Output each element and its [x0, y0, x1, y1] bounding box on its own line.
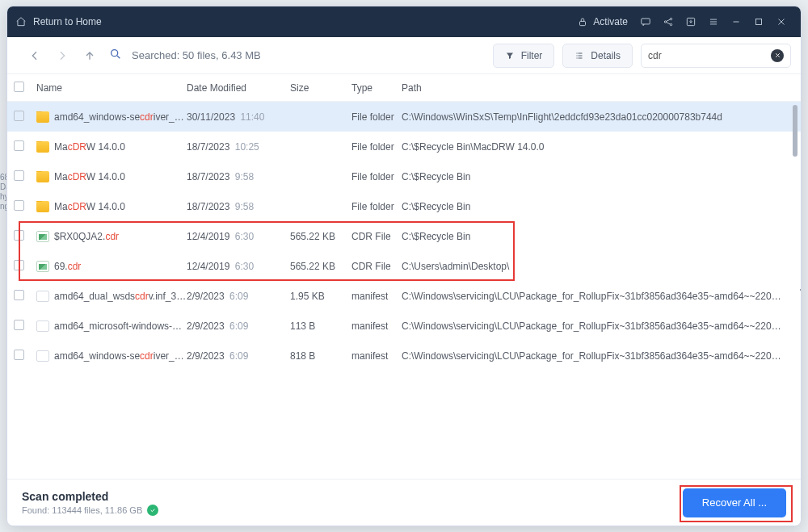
table-row[interactable]: amd64_dual_wsdscdrv.inf_31bf38...2/9/202…	[7, 281, 801, 311]
details-button[interactable]: Details	[562, 44, 633, 68]
row-checkbox[interactable]	[14, 260, 24, 270]
file-type: File folder	[351, 171, 402, 182]
file-type: manifest	[351, 320, 402, 332]
file-name: amd64_windows-secdriver_31bf3...	[54, 111, 187, 123]
file-type: CDR File	[351, 261, 402, 272]
lock-icon	[577, 16, 588, 27]
up-button[interactable]	[83, 49, 96, 62]
col-size[interactable]: Size	[290, 82, 351, 94]
return-home-label: Return to Home	[33, 16, 102, 27]
forward-button[interactable]	[56, 49, 69, 62]
row-checkbox[interactable]	[14, 230, 24, 241]
image-file-icon	[36, 231, 49, 242]
file-type: File folder	[351, 201, 402, 212]
file-size: 1.95 KB	[290, 291, 351, 302]
title-bar: Return to Home Activate	[7, 6, 801, 37]
row-checkbox[interactable]	[14, 170, 24, 181]
table-row[interactable]: amd64_windows-secdriver_31bf3...30/11/20…	[7, 102, 801, 132]
table-row[interactable]: MacDRW 14.0.018/7/2023 10:25File folderC…	[7, 132, 801, 161]
folder-icon	[36, 171, 49, 182]
file-path: C:\Windows\servicing\LCU\Package_for_Rol…	[402, 350, 801, 362]
nav-buttons	[17, 49, 101, 62]
maximize-icon	[753, 16, 764, 27]
file-path: C:\Users\admin\Desktop\	[402, 261, 801, 272]
share-button[interactable]	[657, 10, 680, 33]
file-path: C:\Windows\servicing\LCU\Package_for_Rol…	[402, 320, 801, 332]
col-name[interactable]: Name	[36, 82, 187, 94]
table-row[interactable]: MacDRW 14.0.018/7/2023 9:58File folderC:…	[7, 161, 801, 191]
file-date: 18/7/2023 10:25	[187, 141, 290, 153]
search-input[interactable]: cdr	[641, 44, 791, 68]
collapse-panel-caret[interactable]	[800, 283, 802, 297]
toolbar: Searched: 50 files, 6.43 MB Filter Detai…	[7, 37, 801, 74]
col-type[interactable]: Type	[351, 82, 402, 94]
chat-icon	[640, 16, 651, 27]
folder-icon	[36, 141, 49, 153]
file-type: manifest	[351, 291, 402, 302]
details-icon	[574, 51, 584, 61]
filter-button[interactable]: Filter	[493, 44, 555, 68]
file-size: 565.22 KB	[290, 231, 351, 242]
folder-icon	[36, 201, 49, 212]
search-summary-text: Searched: 50 files, 6.43 MB	[132, 49, 261, 61]
file-name: amd64_microsoft-windows-c..cdri...	[54, 320, 187, 332]
svg-point-2	[664, 21, 666, 23]
scrollbar[interactable]	[793, 105, 797, 157]
svg-rect-6	[756, 19, 762, 25]
col-date[interactable]: Date Modified	[187, 82, 290, 94]
file-name: 69.cdr	[54, 261, 81, 272]
file-path: C:\$Recycle Bin	[402, 231, 801, 242]
file-name: $RX0QJA2.cdr	[54, 231, 119, 242]
table-row[interactable]: 69.cdr12/4/2019 6:30565.22 KBCDR FileC:\…	[7, 251, 801, 281]
minimize-button[interactable]	[725, 10, 747, 33]
footer: Scan completed Found: 113444 files, 11.8…	[7, 479, 801, 526]
clear-search-button[interactable]	[771, 49, 784, 62]
column-headers: Name Date Modified Size Type Path	[7, 74, 801, 102]
file-date: 12/4/2019 6:30	[187, 231, 290, 242]
document-icon	[36, 350, 49, 362]
file-size: 818 B	[290, 350, 351, 362]
feedback-button[interactable]	[634, 10, 657, 33]
select-all-checkbox[interactable]	[14, 82, 24, 92]
back-button[interactable]	[28, 49, 41, 62]
row-checkbox[interactable]	[14, 290, 24, 300]
file-date: 2/9/2023 6:09	[187, 350, 290, 362]
scan-status-subtitle: Found: 113444 files, 11.86 GB	[22, 505, 142, 515]
file-date: 2/9/2023 6:09	[187, 320, 290, 332]
file-date: 18/7/2023 9:58	[187, 171, 290, 182]
svg-point-4	[670, 23, 671, 25]
menu-button[interactable]	[702, 10, 725, 33]
table-row[interactable]: $RX0QJA2.cdr12/4/2019 6:30565.22 KBCDR F…	[7, 221, 801, 251]
return-home-button[interactable]: Return to Home	[15, 16, 102, 27]
share-icon	[663, 16, 674, 27]
file-path: C:\$Recycle Bin	[402, 201, 801, 212]
scan-status-title: Scan completed	[22, 490, 158, 503]
file-name: MacDRW 14.0.0	[54, 141, 125, 153]
file-path: C:\Windows\servicing\LCU\Package_for_Rol…	[402, 291, 801, 302]
row-checkbox[interactable]	[14, 140, 24, 151]
home-icon	[15, 16, 27, 27]
row-checkbox[interactable]	[14, 111, 24, 121]
file-path: C:\$Recycle Bin\MacDRW 14.0.0	[402, 141, 801, 153]
file-name: amd64_windows-secdriver_31bf3...	[54, 350, 187, 362]
close-button[interactable]	[770, 10, 793, 33]
search-input-value: cdr	[648, 50, 662, 61]
table-row[interactable]: amd64_microsoft-windows-c..cdri...2/9/20…	[7, 311, 801, 341]
table-row[interactable]: MacDRW 14.0.018/7/2023 9:58File folderC:…	[7, 191, 801, 221]
recover-all-button[interactable]: Recover All ...	[683, 488, 786, 517]
filter-label: Filter	[521, 50, 543, 61]
activate-button[interactable]: Activate	[570, 16, 634, 27]
table-row[interactable]: amd64_windows-secdriver_31bf3...2/9/2023…	[7, 341, 801, 371]
filter-icon	[505, 51, 515, 61]
file-type: File folder	[351, 111, 402, 123]
update-button[interactable]	[680, 10, 702, 33]
row-checkbox[interactable]	[14, 350, 24, 360]
row-checkbox[interactable]	[14, 200, 24, 211]
col-path[interactable]: Path	[402, 82, 801, 94]
row-checkbox[interactable]	[14, 320, 24, 330]
svg-point-3	[670, 18, 671, 19]
search-summary: Searched: 50 files, 6.43 MB	[109, 48, 485, 63]
svg-point-7	[112, 50, 118, 57]
maximize-button[interactable]	[747, 10, 770, 33]
search-icon	[109, 48, 122, 63]
